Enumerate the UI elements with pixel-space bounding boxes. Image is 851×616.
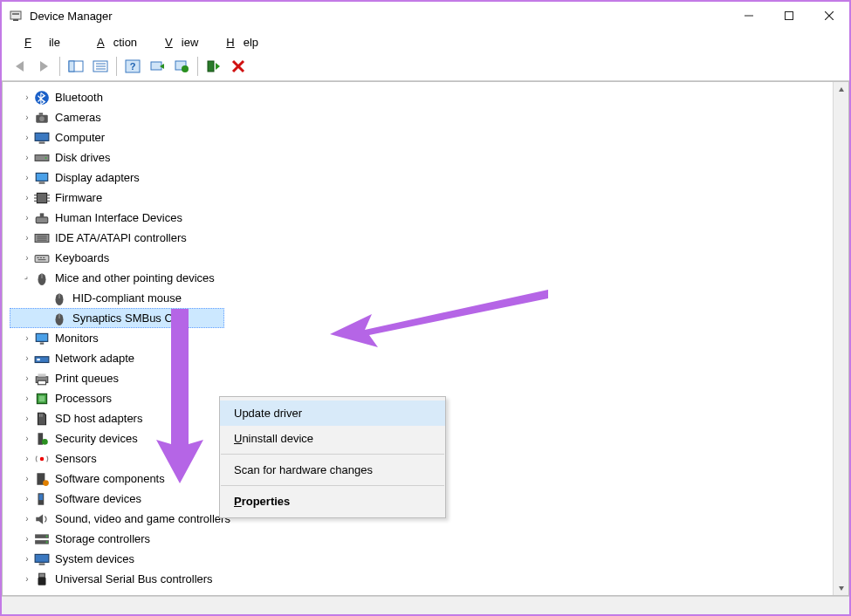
maximize-button[interactable]	[769, 3, 809, 29]
forward-button[interactable]	[32, 56, 55, 77]
chevron-right-icon[interactable]: ›	[22, 113, 32, 122]
chevron-right-icon[interactable]: ›	[22, 434, 32, 443]
svg-rect-31	[36, 173, 48, 181]
tree-label: HID-compliant mouse	[72, 291, 182, 305]
tree-item-monitors[interactable]: › Monitors	[10, 328, 833, 348]
svg-rect-57	[36, 333, 48, 341]
svg-rect-26	[39, 113, 44, 114]
monitor-icon	[34, 332, 50, 346]
chevron-right-icon[interactable]: ›	[22, 414, 32, 423]
svg-rect-58	[40, 342, 45, 344]
tree-item-display-adapters[interactable]: › Display adapters	[10, 168, 833, 188]
tree-label: Disk drives	[55, 151, 111, 164]
processor-icon	[34, 392, 50, 406]
chevron-right-icon[interactable]: ›	[22, 554, 32, 564]
chevron-right-icon[interactable]: ›	[22, 173, 32, 182]
tree-label: Software devices	[55, 492, 141, 505]
context-menu-update-driver[interactable]: Update driver	[220, 400, 445, 426]
tree-label: Software components	[55, 472, 165, 485]
chevron-right-icon[interactable]: ›	[22, 233, 32, 243]
menu-file[interactable]: File	[7, 32, 78, 52]
chevron-down-icon[interactable]: ›	[20, 270, 34, 284]
toolbar-separator	[197, 57, 198, 76]
tree-item-system[interactable]: › System devices	[10, 549, 833, 569]
chevron-right-icon[interactable]: ›	[22, 373, 32, 383]
svg-rect-2	[13, 19, 18, 21]
tree-item-cameras[interactable]: › Cameras	[10, 107, 833, 127]
tree-item-storage[interactable]: › Storage controllers	[10, 529, 833, 549]
chevron-right-icon[interactable]: ›	[22, 534, 32, 544]
chevron-right-icon[interactable]: ›	[22, 253, 32, 263]
svg-point-69	[42, 439, 48, 445]
menu-action[interactable]: Action	[79, 32, 146, 52]
svg-rect-81	[39, 563, 45, 565]
tree-item-hid-mouse[interactable]: HID-compliant mouse	[10, 288, 833, 308]
content-area: › Bluetooth › Cameras › Computer › Disk …	[2, 81, 849, 596]
menu-view[interactable]: View	[148, 32, 207, 52]
chevron-right-icon[interactable]: ›	[22, 353, 32, 363]
chevron-right-icon[interactable]: ›	[22, 494, 32, 503]
tree-item-usb[interactable]: › Universal Serial Bus controllers	[10, 569, 833, 589]
display-adapter-icon	[34, 171, 50, 185]
context-menu-separator	[221, 454, 444, 455]
chevron-right-icon[interactable]: ›	[22, 574, 32, 584]
system-device-icon	[34, 552, 50, 566]
tree-item-computer[interactable]: › Computer	[10, 127, 833, 147]
uninstall-device-button[interactable]	[202, 56, 225, 77]
chevron-right-icon[interactable]: ›	[22, 193, 32, 202]
chevron-right-icon[interactable]: ›	[22, 133, 32, 142]
svg-rect-33	[37, 193, 46, 202]
tree-label: IDE ATA/ATAPI controllers	[55, 231, 187, 244]
camera-icon	[34, 111, 50, 125]
svg-rect-65	[39, 395, 45, 401]
firmware-icon	[34, 191, 50, 205]
svg-rect-32	[39, 181, 45, 183]
chevron-right-icon[interactable]: ›	[22, 514, 32, 524]
tree-label: Print queues	[55, 372, 119, 385]
show-hide-tree-button[interactable]	[65, 56, 87, 77]
context-menu-scan-hardware[interactable]: Scan for hardware changes	[220, 457, 445, 483]
close-button[interactable]	[809, 3, 849, 29]
context-menu-properties[interactable]: Properties	[220, 489, 445, 514]
menu-help[interactable]: Help	[209, 32, 267, 52]
tree-item-disk-drives[interactable]: › Disk drives	[10, 147, 833, 168]
vertical-scrollbar[interactable]	[833, 82, 848, 595]
scroll-up-button[interactable]	[834, 82, 848, 97]
tree-item-bluetooth[interactable]: › Bluetooth	[10, 87, 833, 107]
svg-rect-49	[43, 257, 45, 257]
chevron-right-icon[interactable]: ›	[22, 394, 32, 403]
tree-item-synaptics-smbus[interactable]: Synaptics SMBus C	[10, 308, 224, 328]
mouse-icon	[51, 311, 67, 325]
tree-item-network-adapters[interactable]: › Network adapte	[10, 348, 833, 368]
svg-point-72	[43, 480, 49, 486]
chevron-right-icon[interactable]: ›	[22, 153, 32, 162]
update-driver-button[interactable]	[170, 56, 193, 77]
tree-item-mice[interactable]: › Mice and other pointing devices	[10, 268, 833, 288]
chevron-right-icon[interactable]: ›	[22, 474, 32, 483]
tree-label: Storage controllers	[55, 532, 150, 545]
tree-item-firmware[interactable]: › Firmware	[10, 188, 833, 208]
tree-item-hid[interactable]: › Human Interface Devices	[10, 208, 833, 228]
back-button[interactable]	[8, 56, 31, 77]
tree-item-print-queues[interactable]: › Print queues	[10, 368, 833, 388]
tree-item-keyboards[interactable]: › Keyboards	[10, 248, 833, 268]
svg-rect-47	[37, 257, 38, 257]
svg-rect-15	[151, 62, 161, 70]
svg-marker-75	[36, 514, 43, 524]
help-button[interactable]: ?	[121, 56, 144, 77]
chevron-right-icon[interactable]: ›	[22, 454, 32, 463]
scan-hardware-button[interactable]	[146, 56, 168, 77]
svg-text:?: ?	[130, 61, 136, 72]
minimize-button[interactable]	[729, 3, 769, 29]
disable-device-button[interactable]	[227, 56, 250, 77]
view-all-button[interactable]	[89, 56, 112, 77]
scroll-down-button[interactable]	[834, 580, 848, 595]
tree-item-ide[interactable]: › IDE ATA/ATAPI controllers	[10, 228, 833, 248]
chevron-right-icon[interactable]: ›	[22, 92, 32, 102]
context-menu-uninstall-device[interactable]: Uninstall device	[220, 426, 445, 451]
chevron-right-icon[interactable]: ›	[22, 333, 32, 343]
chevron-right-icon[interactable]: ›	[22, 213, 32, 222]
tree-label: Sensors	[55, 452, 97, 465]
tree-label: Universal Serial Bus controllers	[55, 572, 213, 585]
svg-point-25	[39, 116, 45, 121]
